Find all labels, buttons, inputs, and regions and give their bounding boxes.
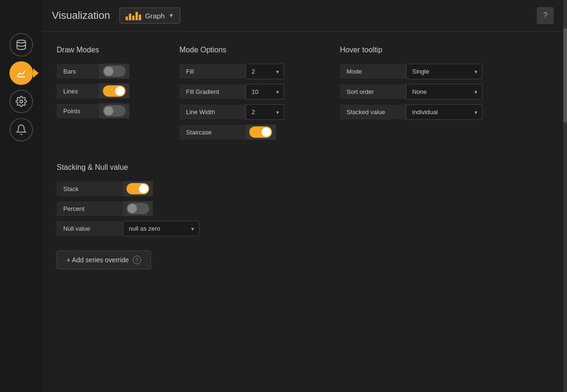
stack-toggle[interactable] bbox=[127, 183, 149, 194]
stack-row: Stack bbox=[57, 181, 549, 196]
stacking-title: Stacking & Null value bbox=[57, 163, 549, 172]
stack-toggle-container bbox=[123, 181, 153, 196]
lines-toggle-container bbox=[99, 83, 129, 99]
percent-toggle-container bbox=[123, 201, 153, 216]
staircase-toggle-container bbox=[245, 125, 276, 140]
points-slider bbox=[103, 105, 126, 117]
points-row: Points bbox=[57, 103, 151, 118]
stacked-value-select[interactable]: individual cumulative bbox=[406, 105, 482, 119]
sidebar-item-alerts[interactable] bbox=[9, 118, 33, 142]
fill-label: Fill bbox=[179, 64, 245, 79]
mode-tooltip-select-wrapper: Single All None bbox=[406, 64, 482, 79]
staircase-label: Staircase bbox=[179, 125, 245, 140]
sidebar bbox=[0, 0, 42, 392]
null-value-select[interactable]: null as zero null connected bbox=[123, 221, 199, 236]
svg-point-2 bbox=[20, 100, 23, 103]
staircase-toggle[interactable] bbox=[249, 126, 272, 138]
mode-tooltip-label: Mode bbox=[340, 64, 406, 79]
percent-toggle[interactable] bbox=[127, 203, 149, 214]
hover-tooltip-section: Hover tooltip Mode Single All None Sort … bbox=[340, 46, 510, 144]
percent-slider bbox=[127, 203, 149, 214]
null-value-label: Null value bbox=[57, 221, 123, 236]
mode-options-title: Mode Options bbox=[179, 46, 312, 54]
top-sections-row: Draw Modes Bars Lines bbox=[57, 46, 549, 144]
fill-select[interactable]: 0 1 2 3 4 5 bbox=[246, 64, 284, 79]
chart-bar-5 bbox=[139, 15, 141, 20]
percent-row: Percent bbox=[57, 201, 549, 216]
sort-order-select[interactable]: None Ascending Descending bbox=[406, 84, 482, 99]
fill-row: Fill 0 1 2 3 4 5 bbox=[179, 64, 312, 79]
staircase-slider bbox=[249, 126, 272, 138]
lines-row: Lines bbox=[57, 83, 151, 99]
sort-order-select-wrapper: None Ascending Descending bbox=[406, 84, 482, 100]
graph-type-selector[interactable]: Graph ▼ bbox=[119, 8, 180, 24]
lines-slider bbox=[103, 85, 126, 97]
mode-tooltip-row: Mode Single All None bbox=[340, 64, 510, 79]
chart-bar-3 bbox=[132, 16, 135, 20]
graph-chart-icon bbox=[126, 11, 141, 20]
sort-order-row: Sort order None Ascending Descending bbox=[340, 84, 510, 100]
bars-slider bbox=[103, 66, 126, 77]
line-width-select[interactable]: 1 2 3 4 5 bbox=[246, 105, 284, 119]
null-value-select-wrapper: null as zero null connected bbox=[123, 221, 199, 236]
fill-select-wrapper: 0 1 2 3 4 5 bbox=[245, 64, 284, 79]
header-left: Visualization Graph ▼ bbox=[52, 8, 180, 24]
header: Visualization Graph ▼ ? bbox=[42, 0, 563, 32]
graph-type-dropdown-arrow: ▼ bbox=[169, 12, 174, 19]
draw-modes-section: Draw Modes Bars Lines bbox=[57, 46, 151, 144]
fill-gradient-select[interactable]: 0 5 10 bbox=[246, 84, 284, 99]
fill-gradient-row: Fill Gradient 0 5 10 bbox=[179, 84, 312, 100]
mode-options-section: Mode Options Fill 0 1 2 3 4 5 bbox=[179, 46, 312, 144]
stack-label: Stack bbox=[57, 182, 123, 196]
main-panel: Visualization Graph ▼ ? Draw Modes bbox=[42, 0, 563, 392]
null-value-row: Null value null as zero null connected bbox=[57, 221, 549, 236]
lines-label: Lines bbox=[57, 84, 99, 99]
percent-label: Percent bbox=[57, 201, 123, 216]
line-width-select-wrapper: 1 2 3 4 5 bbox=[245, 104, 284, 120]
stacking-section: Stacking & Null value Stack Percent bbox=[57, 163, 549, 236]
sort-order-label: Sort order bbox=[340, 84, 406, 99]
points-toggle-container bbox=[99, 103, 129, 118]
add-series-override-button[interactable]: + Add series override ? bbox=[57, 250, 151, 269]
add-series-help-icon: ? bbox=[133, 256, 141, 264]
fill-gradient-label: Fill Gradient bbox=[179, 84, 245, 99]
bars-row: Bars bbox=[57, 64, 151, 79]
chart-bar-1 bbox=[126, 17, 128, 20]
add-series-label: + Add series override bbox=[67, 256, 129, 264]
line-width-row: Line Width 1 2 3 4 5 bbox=[179, 104, 312, 120]
sidebar-item-database[interactable] bbox=[9, 33, 33, 57]
hover-tooltip-title: Hover tooltip bbox=[340, 46, 510, 54]
bars-label: Bars bbox=[57, 64, 99, 79]
scrollbar[interactable] bbox=[563, 0, 567, 392]
svg-point-0 bbox=[17, 40, 25, 43]
line-width-label: Line Width bbox=[179, 105, 245, 119]
content-area: Draw Modes Bars Lines bbox=[42, 32, 563, 392]
bars-toggle-container bbox=[99, 64, 129, 79]
chart-bar-2 bbox=[129, 14, 131, 20]
stack-slider bbox=[127, 183, 149, 194]
stacked-value-row: Stacked value individual cumulative bbox=[340, 104, 510, 120]
stacked-value-select-wrapper: individual cumulative bbox=[406, 104, 482, 120]
lines-toggle[interactable] bbox=[103, 85, 126, 97]
chart-bar-4 bbox=[135, 12, 138, 20]
points-toggle[interactable] bbox=[103, 105, 126, 117]
scrollbar-thumb[interactable] bbox=[563, 28, 567, 123]
page-title: Visualization bbox=[52, 9, 110, 22]
draw-modes-title: Draw Modes bbox=[57, 46, 151, 54]
bars-toggle[interactable] bbox=[103, 66, 126, 77]
stacked-value-label: Stacked value bbox=[340, 105, 406, 119]
fill-gradient-select-wrapper: 0 5 10 bbox=[245, 84, 284, 100]
points-label: Points bbox=[57, 104, 99, 118]
sidebar-item-graph[interactable] bbox=[9, 61, 33, 85]
help-button[interactable]: ? bbox=[537, 7, 554, 24]
graph-type-label: Graph bbox=[145, 12, 165, 20]
staircase-row: Staircase bbox=[179, 125, 312, 140]
mode-tooltip-select[interactable]: Single All None bbox=[406, 64, 482, 79]
sidebar-item-settings[interactable] bbox=[9, 90, 33, 113]
